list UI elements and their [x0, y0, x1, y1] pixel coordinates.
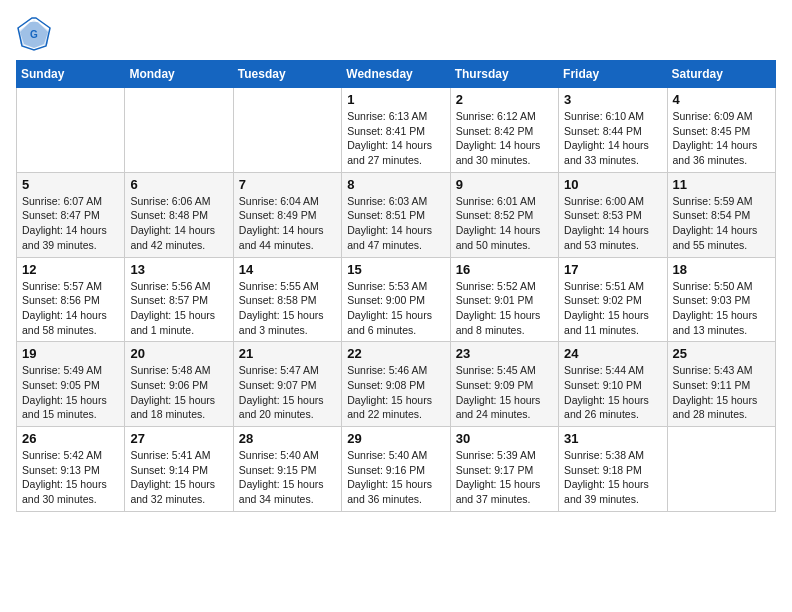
day-number: 18	[673, 262, 770, 277]
day-number: 16	[456, 262, 553, 277]
day-number: 7	[239, 177, 336, 192]
calendar-cell: 9Sunrise: 6:01 AM Sunset: 8:52 PM Daylig…	[450, 172, 558, 257]
calendar-cell: 2Sunrise: 6:12 AM Sunset: 8:42 PM Daylig…	[450, 88, 558, 173]
day-info: Sunrise: 5:42 AM Sunset: 9:13 PM Dayligh…	[22, 448, 119, 507]
logo-icon: G	[16, 16, 52, 52]
calendar-cell	[667, 427, 775, 512]
weekday-header-sunday: Sunday	[17, 61, 125, 88]
day-info: Sunrise: 6:10 AM Sunset: 8:44 PM Dayligh…	[564, 109, 661, 168]
day-number: 6	[130, 177, 227, 192]
day-number: 26	[22, 431, 119, 446]
day-number: 2	[456, 92, 553, 107]
calendar-cell: 20Sunrise: 5:48 AM Sunset: 9:06 PM Dayli…	[125, 342, 233, 427]
weekday-header-thursday: Thursday	[450, 61, 558, 88]
day-number: 11	[673, 177, 770, 192]
calendar-cell	[233, 88, 341, 173]
day-number: 1	[347, 92, 444, 107]
weekday-header-friday: Friday	[559, 61, 667, 88]
calendar-cell: 27Sunrise: 5:41 AM Sunset: 9:14 PM Dayli…	[125, 427, 233, 512]
day-info: Sunrise: 5:52 AM Sunset: 9:01 PM Dayligh…	[456, 279, 553, 338]
calendar-cell: 28Sunrise: 5:40 AM Sunset: 9:15 PM Dayli…	[233, 427, 341, 512]
calendar-cell: 21Sunrise: 5:47 AM Sunset: 9:07 PM Dayli…	[233, 342, 341, 427]
day-info: Sunrise: 6:13 AM Sunset: 8:41 PM Dayligh…	[347, 109, 444, 168]
calendar-cell: 5Sunrise: 6:07 AM Sunset: 8:47 PM Daylig…	[17, 172, 125, 257]
calendar-cell: 31Sunrise: 5:38 AM Sunset: 9:18 PM Dayli…	[559, 427, 667, 512]
day-info: Sunrise: 5:39 AM Sunset: 9:17 PM Dayligh…	[456, 448, 553, 507]
logo: G	[16, 16, 58, 52]
day-info: Sunrise: 5:49 AM Sunset: 9:05 PM Dayligh…	[22, 363, 119, 422]
day-info: Sunrise: 5:55 AM Sunset: 8:58 PM Dayligh…	[239, 279, 336, 338]
calendar-week-row: 5Sunrise: 6:07 AM Sunset: 8:47 PM Daylig…	[17, 172, 776, 257]
day-info: Sunrise: 5:56 AM Sunset: 8:57 PM Dayligh…	[130, 279, 227, 338]
day-number: 15	[347, 262, 444, 277]
weekday-header-wednesday: Wednesday	[342, 61, 450, 88]
day-number: 12	[22, 262, 119, 277]
day-info: Sunrise: 5:51 AM Sunset: 9:02 PM Dayligh…	[564, 279, 661, 338]
day-number: 25	[673, 346, 770, 361]
calendar-cell: 24Sunrise: 5:44 AM Sunset: 9:10 PM Dayli…	[559, 342, 667, 427]
day-number: 22	[347, 346, 444, 361]
day-number: 3	[564, 92, 661, 107]
day-number: 28	[239, 431, 336, 446]
calendar-cell: 14Sunrise: 5:55 AM Sunset: 8:58 PM Dayli…	[233, 257, 341, 342]
day-info: Sunrise: 6:04 AM Sunset: 8:49 PM Dayligh…	[239, 194, 336, 253]
calendar-cell: 15Sunrise: 5:53 AM Sunset: 9:00 PM Dayli…	[342, 257, 450, 342]
day-info: Sunrise: 6:01 AM Sunset: 8:52 PM Dayligh…	[456, 194, 553, 253]
day-info: Sunrise: 5:46 AM Sunset: 9:08 PM Dayligh…	[347, 363, 444, 422]
calendar-week-row: 12Sunrise: 5:57 AM Sunset: 8:56 PM Dayli…	[17, 257, 776, 342]
calendar-cell	[17, 88, 125, 173]
day-number: 30	[456, 431, 553, 446]
calendar-table: SundayMondayTuesdayWednesdayThursdayFrid…	[16, 60, 776, 512]
day-info: Sunrise: 5:38 AM Sunset: 9:18 PM Dayligh…	[564, 448, 661, 507]
calendar-cell: 17Sunrise: 5:51 AM Sunset: 9:02 PM Dayli…	[559, 257, 667, 342]
calendar-cell: 8Sunrise: 6:03 AM Sunset: 8:51 PM Daylig…	[342, 172, 450, 257]
calendar-cell: 1Sunrise: 6:13 AM Sunset: 8:41 PM Daylig…	[342, 88, 450, 173]
day-info: Sunrise: 5:43 AM Sunset: 9:11 PM Dayligh…	[673, 363, 770, 422]
calendar-week-row: 1Sunrise: 6:13 AM Sunset: 8:41 PM Daylig…	[17, 88, 776, 173]
day-number: 4	[673, 92, 770, 107]
day-info: Sunrise: 5:40 AM Sunset: 9:16 PM Dayligh…	[347, 448, 444, 507]
day-info: Sunrise: 5:47 AM Sunset: 9:07 PM Dayligh…	[239, 363, 336, 422]
day-number: 21	[239, 346, 336, 361]
calendar-cell: 23Sunrise: 5:45 AM Sunset: 9:09 PM Dayli…	[450, 342, 558, 427]
day-info: Sunrise: 5:59 AM Sunset: 8:54 PM Dayligh…	[673, 194, 770, 253]
calendar-cell: 3Sunrise: 6:10 AM Sunset: 8:44 PM Daylig…	[559, 88, 667, 173]
day-number: 17	[564, 262, 661, 277]
calendar-cell: 16Sunrise: 5:52 AM Sunset: 9:01 PM Dayli…	[450, 257, 558, 342]
weekday-header-tuesday: Tuesday	[233, 61, 341, 88]
day-info: Sunrise: 5:53 AM Sunset: 9:00 PM Dayligh…	[347, 279, 444, 338]
day-info: Sunrise: 5:41 AM Sunset: 9:14 PM Dayligh…	[130, 448, 227, 507]
calendar-week-row: 19Sunrise: 5:49 AM Sunset: 9:05 PM Dayli…	[17, 342, 776, 427]
calendar-cell	[125, 88, 233, 173]
day-info: Sunrise: 5:44 AM Sunset: 9:10 PM Dayligh…	[564, 363, 661, 422]
calendar-cell: 29Sunrise: 5:40 AM Sunset: 9:16 PM Dayli…	[342, 427, 450, 512]
calendar-cell: 19Sunrise: 5:49 AM Sunset: 9:05 PM Dayli…	[17, 342, 125, 427]
day-number: 27	[130, 431, 227, 446]
calendar-cell: 7Sunrise: 6:04 AM Sunset: 8:49 PM Daylig…	[233, 172, 341, 257]
calendar-cell: 26Sunrise: 5:42 AM Sunset: 9:13 PM Dayli…	[17, 427, 125, 512]
day-number: 8	[347, 177, 444, 192]
calendar-week-row: 26Sunrise: 5:42 AM Sunset: 9:13 PM Dayli…	[17, 427, 776, 512]
day-info: Sunrise: 6:06 AM Sunset: 8:48 PM Dayligh…	[130, 194, 227, 253]
calendar-cell: 13Sunrise: 5:56 AM Sunset: 8:57 PM Dayli…	[125, 257, 233, 342]
day-info: Sunrise: 5:57 AM Sunset: 8:56 PM Dayligh…	[22, 279, 119, 338]
day-info: Sunrise: 6:09 AM Sunset: 8:45 PM Dayligh…	[673, 109, 770, 168]
calendar-cell: 12Sunrise: 5:57 AM Sunset: 8:56 PM Dayli…	[17, 257, 125, 342]
day-number: 10	[564, 177, 661, 192]
calendar-cell: 4Sunrise: 6:09 AM Sunset: 8:45 PM Daylig…	[667, 88, 775, 173]
day-info: Sunrise: 5:45 AM Sunset: 9:09 PM Dayligh…	[456, 363, 553, 422]
calendar-cell: 25Sunrise: 5:43 AM Sunset: 9:11 PM Dayli…	[667, 342, 775, 427]
calendar-cell: 22Sunrise: 5:46 AM Sunset: 9:08 PM Dayli…	[342, 342, 450, 427]
day-info: Sunrise: 6:12 AM Sunset: 8:42 PM Dayligh…	[456, 109, 553, 168]
day-info: Sunrise: 5:50 AM Sunset: 9:03 PM Dayligh…	[673, 279, 770, 338]
day-number: 31	[564, 431, 661, 446]
calendar-cell: 18Sunrise: 5:50 AM Sunset: 9:03 PM Dayli…	[667, 257, 775, 342]
day-number: 24	[564, 346, 661, 361]
day-number: 23	[456, 346, 553, 361]
day-number: 20	[130, 346, 227, 361]
calendar-cell: 6Sunrise: 6:06 AM Sunset: 8:48 PM Daylig…	[125, 172, 233, 257]
calendar-cell: 10Sunrise: 6:00 AM Sunset: 8:53 PM Dayli…	[559, 172, 667, 257]
svg-text:G: G	[30, 29, 38, 40]
weekday-header-monday: Monday	[125, 61, 233, 88]
day-number: 9	[456, 177, 553, 192]
